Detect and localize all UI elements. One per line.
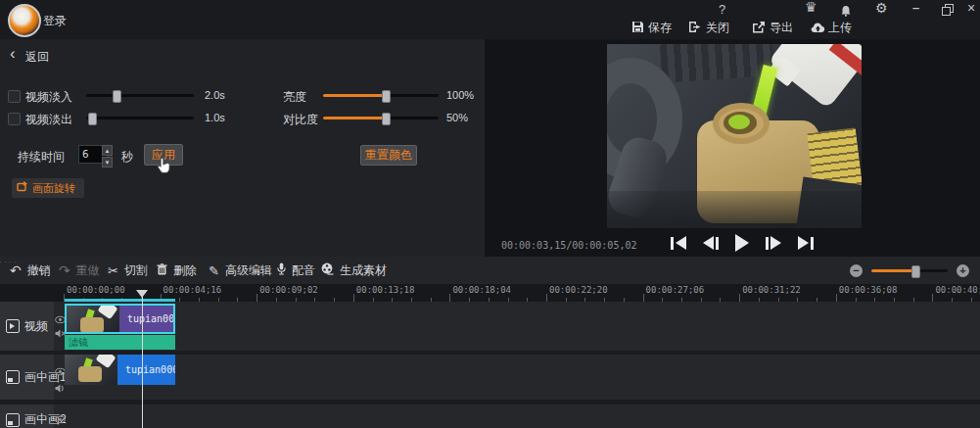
voiceover-button[interactable]: 配音 (277, 257, 315, 284)
next-frame-button[interactable] (766, 236, 781, 250)
fade-out-value: 1.0s (205, 112, 225, 123)
vip-crown-icon[interactable]: ♛ (805, 1, 817, 14)
spinner-down-icon[interactable]: ▼ (102, 157, 113, 167)
pip2-track-visibility-eye-icon[interactable] (55, 413, 66, 427)
save-icon (631, 20, 644, 33)
close-project-icon (688, 20, 702, 33)
fade-out-slider-thumb[interactable] (88, 113, 97, 125)
ruler-label: 00:00:13;18 (356, 285, 415, 295)
pip2-track-band[interactable] (0, 404, 980, 428)
pip1-clip-tupian000[interactable]: tupian000 (1) (65, 355, 175, 385)
video-editor-window: 登录 ? ♛ ⚙ – × 保存 关闭 导出 (0, 0, 980, 428)
timeline-zoom-slider[interactable] (871, 269, 948, 272)
brightness-label: 亮度 (283, 89, 306, 106)
upload-icon (811, 20, 825, 33)
video-track-icon (6, 319, 20, 333)
fade-in-slider-thumb[interactable] (113, 90, 121, 103)
contrast-slider-thumb[interactable] (382, 113, 391, 125)
generate-material-button[interactable]: 生成素材 (321, 257, 387, 284)
fade-in-value: 2.0s (205, 89, 225, 101)
ruler-label: 00:00:04;16 (163, 285, 222, 295)
upload-button[interactable]: 上传 (828, 20, 852, 36)
minimize-icon[interactable]: – (912, 1, 919, 14)
timeline-zoom-out-button[interactable]: − (850, 264, 863, 277)
transport-controls (671, 234, 814, 252)
undo-button[interactable]: ↶ 撤销 (10, 257, 51, 284)
timeline-panel: 00:00:00;0000:00:04;1600:00:09;0200:00:1… (0, 284, 980, 428)
video-frame (607, 44, 862, 228)
redo-button[interactable]: ↷ 重做 (59, 257, 100, 284)
contrast-slider[interactable] (323, 117, 439, 119)
ruler-label: 00:00:31;22 (742, 285, 801, 295)
advanced-edit-button[interactable]: ✎ 高级编辑 (209, 257, 272, 284)
ruler-label: 00:00:36;08 (839, 285, 898, 295)
restore-icon[interactable] (942, 4, 952, 14)
login-button[interactable]: 登录 (43, 13, 67, 29)
clip-thumbnail (65, 355, 117, 385)
mouse-cursor-hand (157, 157, 172, 177)
skip-to-end-button[interactable] (798, 236, 814, 250)
clip-settings-panel: ‹ 返回 视频淡入 2.0s 视频淡出 1.0s 亮度 100% 对比度 50% (0, 39, 485, 257)
track-header-pip1[interactable]: 画中画1 (0, 355, 54, 400)
ruler-label: 00:00:27;06 (646, 285, 705, 295)
fade-out-checkbox[interactable] (8, 113, 21, 125)
help-icon[interactable]: ? (719, 3, 725, 16)
brightness-value: 100% (446, 89, 474, 101)
top-bar: 登录 ? ♛ ⚙ – × 保存 关闭 导出 (0, 0, 980, 41)
duration-spinner[interactable]: ▲ ▼ (102, 145, 113, 167)
microphone-icon (277, 262, 286, 278)
rotate-icon (17, 181, 28, 195)
track-header-pip2[interactable]: 画中画2 (0, 404, 54, 428)
trash-icon (157, 263, 167, 278)
track-header-video[interactable]: 视频 (0, 302, 54, 351)
export-icon (752, 20, 766, 33)
delete-button[interactable]: 删除 (157, 257, 197, 284)
fade-in-checkbox[interactable] (8, 90, 21, 103)
brightness-slider-thumb[interactable] (382, 90, 391, 103)
duration-unit-label: 秒 (121, 149, 133, 166)
film-reel-icon (321, 262, 334, 278)
playhead-line[interactable] (142, 297, 143, 428)
pip-icon (6, 370, 20, 384)
scissors-icon: ✂ (108, 263, 118, 278)
fade-out-label: 视频淡出 (25, 112, 72, 128)
fade-in-slider[interactable] (86, 94, 194, 97)
fade-out-slider[interactable] (86, 117, 194, 119)
ruler-label: 00:00:22;20 (549, 285, 608, 295)
duration-label: 持续时间 (18, 149, 65, 166)
pip-icon (6, 413, 20, 427)
pencil-icon: ✎ (209, 263, 219, 278)
contrast-value: 50% (446, 112, 468, 123)
rotate-frame-button[interactable]: 画面旋转 (12, 178, 84, 198)
brightness-slider[interactable] (323, 94, 439, 97)
gear-icon[interactable]: ⚙ (875, 2, 888, 15)
cut-button[interactable]: ✂ 切割 (108, 257, 148, 284)
edit-toolbar: ····· ↶ 撤销 ↷ 重做 ✂ 切割 删除 ✎ 高级编辑 配音 (0, 257, 980, 285)
play-button[interactable] (735, 234, 749, 252)
save-button[interactable]: 保存 (648, 20, 672, 36)
ruler-label: 00:00:09;02 (259, 285, 318, 295)
undo-icon: ↶ (10, 262, 22, 278)
close-window-icon[interactable]: × (967, 2, 975, 15)
ruler-label: 00:00:18;04 (452, 285, 511, 295)
ruler-label: 00:00:00;00 (67, 285, 125, 295)
close-project-button[interactable]: 关闭 (706, 20, 729, 36)
back-chevron-icon: ‹ (10, 47, 16, 61)
reset-color-button[interactable]: 重置颜色 (360, 145, 417, 166)
preview-panel: 00:00:03,15/00:00:05,02 (485, 39, 980, 257)
ruler-label: 00:00:40;24 (935, 285, 980, 295)
previous-frame-button[interactable] (703, 236, 719, 250)
skip-to-start-button[interactable] (671, 236, 686, 250)
app-logo[interactable] (8, 4, 41, 37)
back-button[interactable]: 返回 (25, 49, 49, 66)
contrast-label: 对比度 (283, 112, 318, 128)
filter-clip[interactable]: 滤镜 (65, 335, 175, 350)
bell-icon[interactable] (840, 3, 852, 17)
video-clip-tupian000[interactable]: tupian000 (1) (65, 304, 175, 334)
fade-in-label: 视频淡入 (25, 89, 72, 106)
spinner-up-icon[interactable]: ▲ (102, 145, 113, 156)
preview-timecode: 00:00:03,15/00:00:05,02 (501, 240, 636, 251)
timeline-zoom-thumb[interactable] (911, 265, 920, 278)
export-button[interactable]: 导出 (770, 20, 793, 36)
timeline-zoom-in-button[interactable]: + (957, 264, 969, 277)
